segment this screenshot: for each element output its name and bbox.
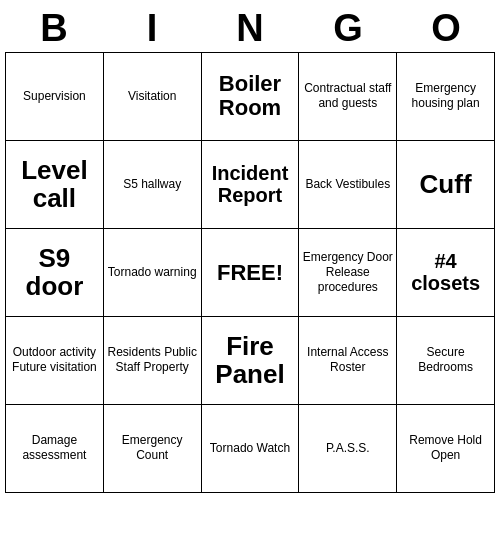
bingo-cell: Tornado Watch [202, 405, 300, 493]
bingo-cell: Fire Panel [202, 317, 300, 405]
bingo-cell: Outdoor activity Future visitation [6, 317, 104, 405]
bingo-cell: FREE! [202, 229, 300, 317]
bingo-cell: Emergency housing plan [397, 53, 495, 141]
bingo-cell: Emergency Door Release procedures [299, 229, 397, 317]
bingo-cell: Remove Hold Open [397, 405, 495, 493]
header-letter: N [201, 6, 299, 52]
bingo-cell: Emergency Count [104, 405, 202, 493]
header-letter: I [103, 6, 201, 52]
bingo-grid: SupervisionVisitationBoiler RoomContract… [5, 52, 495, 493]
bingo-cell: Residents Public Staff Property [104, 317, 202, 405]
bingo-cell: #4 closets [397, 229, 495, 317]
bingo-cell: Damage assessment [6, 405, 104, 493]
bingo-cell: P.A.S.S. [299, 405, 397, 493]
bingo-cell: Visitation [104, 53, 202, 141]
bingo-cell: Tornado warning [104, 229, 202, 317]
bingo-header: BINGO [5, 6, 495, 52]
header-letter: B [5, 6, 103, 52]
bingo-cell: Internal Access Roster [299, 317, 397, 405]
header-letter: O [397, 6, 495, 52]
header-letter: G [299, 6, 397, 52]
bingo-cell: S5 hallway [104, 141, 202, 229]
bingo-cell: Incident Report [202, 141, 300, 229]
bingo-cell: Contractual staff and guests [299, 53, 397, 141]
bingo-cell: Cuff [397, 141, 495, 229]
bingo-cell: Back Vestibules [299, 141, 397, 229]
bingo-cell: Secure Bedrooms [397, 317, 495, 405]
bingo-cell: Boiler Room [202, 53, 300, 141]
bingo-cell: S9 door [6, 229, 104, 317]
bingo-cell: Level call [6, 141, 104, 229]
bingo-card: BINGO SupervisionVisitationBoiler RoomCo… [5, 6, 495, 493]
bingo-cell: Supervision [6, 53, 104, 141]
